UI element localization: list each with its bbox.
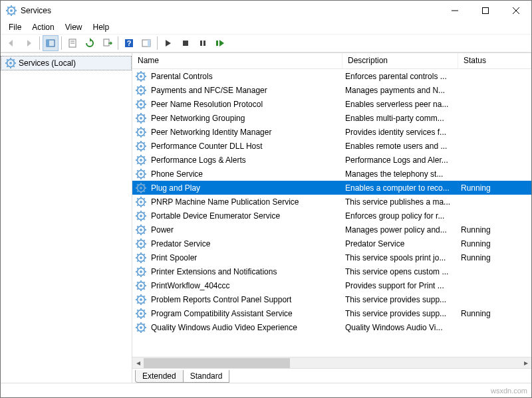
service-row[interactable]: Predator ServicePredator ServiceRunning [132,237,531,250]
service-status: Running [458,239,531,249]
scroll-thumb[interactable] [144,358,290,368]
svg-rect-11 [483,8,489,14]
svg-rect-15 [47,40,49,47]
column-header-description[interactable]: Description [342,53,458,68]
column-header-status[interactable]: Status [458,53,531,68]
forward-button[interactable] [21,35,37,51]
gear-icon [135,266,147,278]
svg-rect-23 [148,40,150,47]
scroll-track[interactable] [144,357,520,369]
service-row[interactable]: Problem Reports Control Panel SupportThi… [132,292,531,306]
service-row[interactable]: Program Compatibility Assistant ServiceT… [132,306,531,320]
console-tree[interactable]: Services (Local) [1,53,132,383]
tree-item-label: Services (Local) [19,58,76,68]
service-name: PNRP Machine Name Publication Service [148,197,342,207]
gear-icon [135,238,147,250]
scroll-left-button[interactable]: ◂ [132,357,144,369]
menu-action[interactable]: Action [27,21,59,33]
restart-service-button[interactable] [212,35,228,51]
service-name: Peer Name Resolution Protocol [148,100,342,109]
gear-icon [135,322,147,334]
service-name: Phone Service [148,169,342,179]
window-controls [440,1,531,21]
pause-service-button[interactable] [195,35,211,51]
menu-file[interactable]: File [3,21,27,33]
minimize-button[interactable] [440,1,470,21]
gear-icon [135,168,147,180]
service-description: Enables multi-party comm... [342,114,458,123]
service-name: Performance Counter DLL Host [148,142,342,151]
service-row[interactable]: Peer Networking GroupingEnables multi-pa… [132,111,531,125]
menubar: FileActionViewHelp [1,21,531,34]
service-description: This service provides supp... [342,309,458,318]
gear-icon [135,140,147,152]
service-row[interactable]: Quality Windows Audio Video ExperienceQu… [132,320,531,334]
service-description: Enforces parental controls ... [342,72,458,81]
toolbar: ? [1,34,531,52]
gear-icon [135,252,147,264]
service-name: Printer Extensions and Notifications [148,267,342,276]
gear-icon [135,182,147,194]
back-button[interactable] [3,35,19,51]
service-description: Predator Service [342,239,458,249]
gear-icon [135,294,147,306]
titlebar: Services [1,1,531,21]
service-description: Performance Logs and Aler... [342,155,458,165]
gear-icon [135,308,147,320]
column-headers[interactable]: Name Description Status [132,53,531,69]
close-button[interactable] [501,1,531,21]
properties-button[interactable] [65,35,80,51]
service-rows: Parental ControlsEnforces parental contr… [132,69,531,357]
service-row[interactable]: Payments and NFC/SE ManagerManages payme… [132,83,531,97]
menu-view[interactable]: View [60,21,88,33]
start-service-button[interactable] [160,35,176,51]
service-name: Quality Windows Audio Video Experience [148,323,342,332]
service-name: Print Spooler [148,253,342,262]
service-row[interactable]: PNRP Machine Name Publication ServiceThi… [132,195,531,209]
refresh-button[interactable] [82,35,98,51]
services-list[interactable]: Name Description Status Parental Control… [132,53,531,368]
export-button[interactable] [99,35,115,51]
service-row[interactable]: Parental ControlsEnforces parental contr… [132,69,531,83]
service-row[interactable]: PowerManages power policy and...Running [132,223,531,237]
toolbar-separator [39,37,40,50]
gear-icon [135,196,147,208]
body-pane: Services (Local) Name Description Status… [1,52,531,383]
scroll-right-button[interactable]: ▸ [520,357,531,369]
service-row[interactable]: Performance Counter DLL HostEnables remo… [132,139,531,153]
service-row[interactable]: PrintWorkflow_404cccProvides support for… [132,278,531,292]
service-description: Enables serverless peer na... [342,100,458,109]
service-row[interactable]: Portable Device Enumerator ServiceEnforc… [132,209,531,223]
service-name: PrintWorkflow_404ccc [148,281,342,290]
tree-services-local[interactable]: Services (Local) [1,56,132,70]
service-row[interactable]: Plug and PlayEnables a computer to reco.… [132,181,531,195]
service-name: Peer Networking Identity Manager [148,128,342,137]
service-row[interactable]: Printer Extensions and NotificationsThis… [132,264,531,278]
gear-icon [135,280,147,292]
menu-help[interactable]: Help [88,21,115,33]
action-pane-button[interactable] [138,35,154,51]
gear-icon [135,126,147,138]
service-row[interactable]: Performance Logs & AlertsPerformance Log… [132,153,531,167]
services-window: Services FileActionViewHelp ? Servi [0,0,532,398]
maximize-button[interactable] [470,1,501,21]
show-hide-tree-button[interactable] [43,35,59,51]
service-row[interactable]: Peer Name Resolution ProtocolEnables ser… [132,97,531,111]
service-row[interactable]: Peer Networking Identity ManagerProvides… [132,125,531,139]
service-description: Manages power policy and... [342,225,458,235]
stop-service-button[interactable] [178,35,194,51]
service-name: Parental Controls [148,72,342,81]
gear-icon [135,224,147,236]
gear-icon [135,112,147,124]
column-header-name[interactable]: Name [132,53,342,68]
tab-extended[interactable]: Extended [135,370,184,383]
toolbar-separator [118,37,118,50]
service-row[interactable]: Phone ServiceManages the telephony st... [132,167,531,181]
service-row[interactable]: Print SpoolerThis service spools print j… [132,250,531,264]
help-button[interactable]: ? [121,35,137,51]
horizontal-scrollbar[interactable]: ◂ ▸ [132,357,531,368]
service-description: Enforces group policy for r... [342,211,458,221]
tab-standard[interactable]: Standard [183,370,230,383]
gear-icon [135,98,147,110]
service-name: Program Compatibility Assistant Service [148,309,342,318]
